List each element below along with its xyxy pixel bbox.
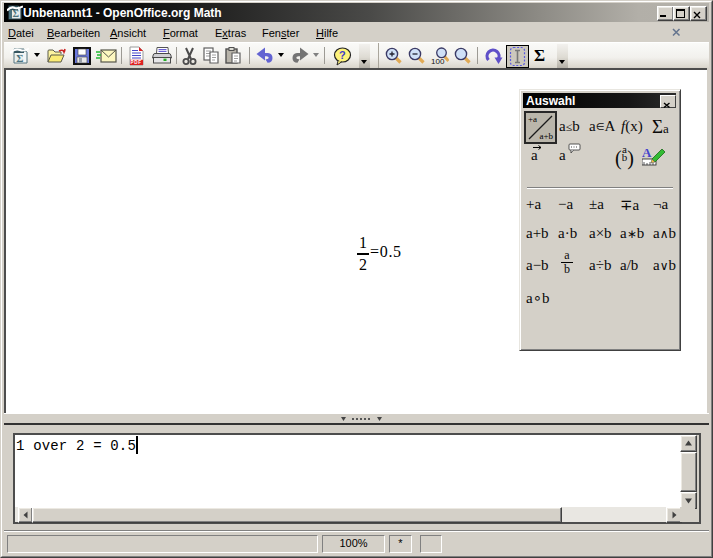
svg-text:Σ: Σ	[13, 8, 20, 19]
svg-text:A: A	[642, 145, 652, 160]
svg-text:100: 100	[431, 57, 445, 66]
svg-text:Σ: Σ	[16, 52, 23, 64]
svg-text:?: ?	[339, 49, 346, 61]
svg-text:PDF: PDF	[131, 60, 142, 65]
